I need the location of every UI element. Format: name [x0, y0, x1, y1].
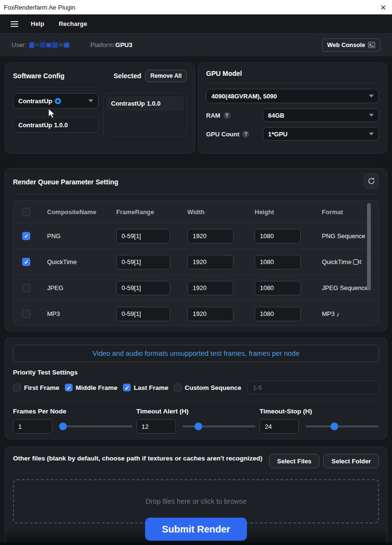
frames-per-node-input[interactable] — [13, 419, 52, 434]
web-console-button[interactable]: Web Console — [322, 38, 380, 52]
gpu-model-panel: GPU Model 4090(48GVRAM), 5090 RAM ? 64GB… — [198, 62, 387, 154]
timeout-alert-input[interactable] — [136, 419, 176, 434]
selected-software-list: ContrastUp 1.0.0 — [103, 93, 187, 136]
composite-name: PNG — [47, 232, 116, 240]
render-queue-table: CompositeName FrameRange Width Height Fo… — [13, 200, 379, 326]
middle-frame-checkbox[interactable] — [65, 384, 73, 391]
frames-per-node-label: Frames Per Node — [13, 408, 133, 415]
user-name-redacted — [29, 42, 69, 48]
gpu-count-dropdown[interactable]: 1*GPU — [263, 127, 379, 141]
gpu-model-value: 4090(48GVRAM), 5090 — [211, 93, 277, 100]
middle-frame-label: Middle Frame — [76, 384, 118, 391]
select-files-button[interactable]: Select Files — [269, 454, 320, 468]
refresh-icon — [368, 177, 375, 185]
help-icon[interactable]: ? — [242, 131, 249, 138]
timeout-stop-group: Timeout-Stop (H) — [259, 408, 379, 434]
frames-per-node-slider[interactable] — [59, 425, 133, 427]
column-composite-name: CompositeName — [47, 208, 116, 216]
timeout-stop-input[interactable] — [259, 419, 299, 434]
width-input[interactable] — [187, 229, 233, 243]
ram-value: 64GB — [268, 112, 284, 119]
remove-all-button[interactable]: Remove All — [145, 70, 187, 82]
window-title: FoxRenderfarm Ae Plugin — [4, 4, 75, 11]
row-checkbox[interactable] — [22, 232, 30, 240]
refresh-button[interactable] — [364, 173, 379, 189]
composite-name: MP3 — [47, 310, 116, 317]
slider-knob[interactable] — [59, 423, 67, 430]
first-frame-checkbox[interactable] — [13, 384, 21, 391]
gpu-count-value: 1*GPU — [268, 131, 287, 138]
select-folder-button[interactable]: Select Folder — [323, 454, 379, 468]
gpu-model-dropdown[interactable]: 4090(48GVRAM), 5090 — [206, 89, 379, 103]
menu-item-help[interactable]: Help — [31, 20, 44, 27]
slider-knob[interactable] — [331, 423, 338, 430]
frame-range-input[interactable] — [116, 229, 170, 243]
submit-render-button[interactable]: Submit Render — [145, 518, 247, 541]
chevron-down-icon — [369, 114, 374, 117]
width-input[interactable] — [187, 255, 233, 269]
height-input[interactable] — [255, 229, 301, 243]
table-scrollbar[interactable] — [367, 203, 371, 291]
width-input[interactable] — [187, 307, 233, 321]
chevron-down-icon — [369, 95, 374, 97]
software-dropdown-value: ContrastUp — [18, 97, 52, 105]
custom-sequence-label: Custom Sequence — [185, 384, 242, 391]
custom-sequence-input[interactable] — [247, 381, 379, 394]
first-frame-label: First Frame — [24, 384, 60, 391]
selected-software-item[interactable]: ContrastUp 1.0.0 — [106, 96, 184, 110]
menu-item-recharge[interactable]: Recharge — [59, 20, 87, 27]
chevron-down-icon — [88, 99, 93, 102]
close-icon[interactable]: ✕ — [380, 4, 386, 11]
table-header-row: CompositeName FrameRange Width Height Fo… — [13, 201, 379, 223]
music-note-icon: ♪ — [336, 310, 340, 318]
frame-range-input[interactable] — [116, 281, 170, 295]
table-row: JPEG JPEG Sequence — [13, 275, 379, 301]
render-queue-panel: Render Queue Parameter Setting Composite… — [5, 168, 387, 331]
row-checkbox[interactable] — [22, 310, 30, 318]
last-frame-checkbox[interactable] — [123, 384, 131, 391]
terminal-icon — [368, 42, 375, 48]
chevron-down-icon — [369, 133, 374, 135]
custom-sequence-checkbox[interactable] — [174, 384, 182, 391]
height-input[interactable] — [255, 307, 301, 321]
web-console-label: Web Console — [327, 42, 365, 48]
table-row: MP3 MP3♪ — [13, 301, 379, 326]
frame-range-input[interactable] — [116, 307, 170, 321]
timeout-alert-slider[interactable] — [183, 425, 256, 427]
gpu-count-label: GPU Count — [206, 131, 239, 138]
composite-name: QuickTime — [47, 258, 116, 266]
file-dropzone[interactable]: Drop files here or click to browse — [13, 479, 379, 523]
height-input[interactable] — [255, 255, 301, 269]
height-input[interactable] — [255, 281, 301, 295]
notice-banner: Video and audio formats unsupported test… — [13, 345, 379, 362]
column-height: Height — [255, 208, 322, 216]
row-checkbox[interactable] — [22, 258, 30, 266]
divider — [13, 401, 379, 402]
table-row: QuickTime QuickTime — [13, 249, 379, 275]
help-icon[interactable]: ? — [223, 112, 231, 119]
mouse-cursor-icon — [47, 108, 57, 120]
divider — [13, 194, 379, 194]
ram-label-wrap: RAM ? — [206, 112, 263, 119]
width-input[interactable] — [187, 281, 233, 295]
loading-spinner-icon — [55, 98, 61, 104]
divider — [13, 87, 98, 87]
composite-name: JPEG — [47, 284, 116, 291]
render-queue-title: Render Queue Parameter Setting — [13, 178, 118, 186]
software-config-title: Software Config — [13, 72, 64, 80]
software-dropdown[interactable]: ContrastUp — [13, 93, 98, 109]
ram-dropdown[interactable]: 64GB — [263, 109, 379, 122]
format-cell: MP3♪ — [322, 310, 379, 318]
table-row: PNG PNG Sequence — [13, 223, 379, 249]
menu-bar: Help Recharge — [0, 14, 392, 34]
row-checkbox[interactable] — [22, 284, 30, 292]
timeout-alert-group: Timeout Alert (H) — [136, 408, 256, 434]
column-frame-range: FrameRange — [116, 208, 187, 216]
frame-range-input[interactable] — [116, 255, 170, 269]
timeout-stop-label: Timeout-Stop (H) — [259, 408, 379, 415]
select-all-checkbox[interactable] — [22, 208, 30, 216]
column-width: Width — [187, 208, 255, 216]
slider-knob[interactable] — [195, 423, 202, 430]
timeout-stop-slider[interactable] — [306, 425, 379, 427]
hamburger-menu-icon[interactable] — [11, 21, 18, 27]
